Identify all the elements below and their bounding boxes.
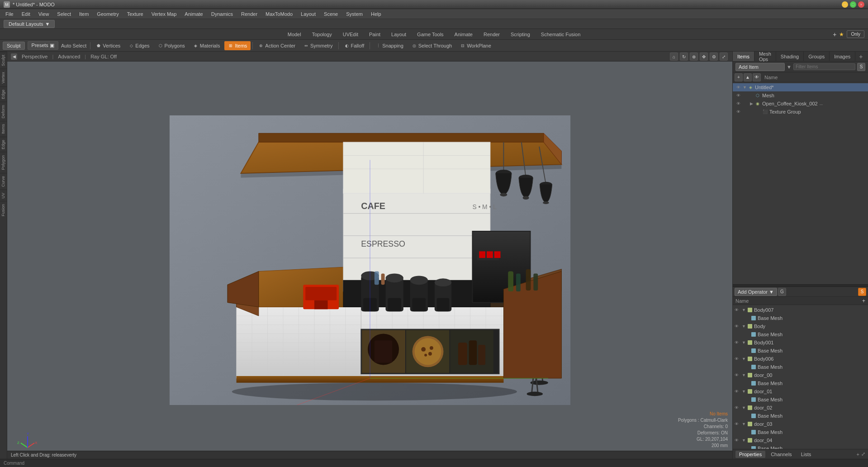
action-center-button[interactable]: ⊕ Action Center: [255, 41, 299, 50]
menu-system[interactable]: System: [342, 10, 366, 18]
eye-icon[interactable]: 👁: [735, 422, 742, 426]
eye-icon[interactable]: 👁: [735, 84, 742, 91]
right-panel-maximize-button[interactable]: ⤢: [867, 53, 868, 59]
properties-add-button[interactable]: +: [857, 452, 859, 457]
eye-icon[interactable]: 👁: [735, 340, 742, 345]
viewport-ctrl-zoom[interactable]: ⊕: [690, 52, 698, 61]
sidebar-item-fusion[interactable]: Fusion: [0, 201, 7, 219]
tab-render[interactable]: Render: [478, 30, 505, 38]
sidebar-item-polygon[interactable]: Polygon: [0, 152, 7, 173]
viewport-advanced-label[interactable]: Advanced: [56, 53, 82, 60]
sidebar-item-edge2[interactable]: Edge: [0, 137, 7, 152]
eye-icon[interactable]: 👁: [735, 308, 742, 312]
mo-item-body007[interactable]: 👁 ▼ Body007: [733, 306, 868, 314]
scene-tree-add-button[interactable]: +: [735, 73, 743, 81]
eye-icon[interactable]: 👁: [735, 108, 742, 115]
scene-tree-folder-button[interactable]: ▲: [744, 73, 752, 81]
symmetry-button[interactable]: ⇔ Symmetry: [300, 41, 337, 50]
add-tab-button[interactable]: +: [833, 31, 836, 38]
viewport-nav-button[interactable]: ◀: [11, 53, 17, 60]
mo-item-door01[interactable]: 👁 ▼ door_01: [733, 387, 868, 396]
edges-button[interactable]: ◇ Edges: [125, 41, 153, 50]
scene-tree-eye-button[interactable]: 👁: [753, 73, 761, 81]
menu-animate[interactable]: Animate: [181, 10, 206, 18]
mo-item-base-mesh-6[interactable]: 👁 Base Mesh: [733, 396, 868, 404]
mo-item-body006[interactable]: 👁 ▼ Body006: [733, 355, 868, 363]
title-bar-controls[interactable]: − □ ×: [842, 1, 864, 8]
menu-layout[interactable]: Layout: [297, 10, 319, 18]
tree-item-mesh[interactable]: 👁 ⬡ Mesh: [733, 91, 868, 100]
tab-items[interactable]: Items: [733, 52, 754, 61]
maximize-button[interactable]: □: [850, 1, 856, 8]
eye-icon[interactable]: 👁: [735, 373, 742, 377]
tab-paint[interactable]: Paint: [364, 30, 386, 38]
right-tab-add-button[interactable]: +: [855, 53, 866, 60]
select-through-button[interactable]: ◎ Select Through: [408, 41, 455, 50]
tab-groups[interactable]: Groups: [804, 52, 830, 61]
menu-texture[interactable]: Texture: [123, 10, 147, 18]
viewport-ctrl-settings[interactable]: ⚙: [710, 52, 718, 61]
sidebar-item-vertex[interactable]: Vertex: [0, 69, 7, 86]
tab-mesh-ops[interactable]: Mesh Ops: [754, 52, 776, 61]
mo-item-base-mesh-5[interactable]: 👁 Base Mesh: [733, 379, 868, 387]
search-button[interactable]: S: [857, 63, 865, 71]
viewport-ctrl-home[interactable]: ⌂: [670, 52, 678, 61]
expand-arrow[interactable]: ▼: [742, 389, 747, 394]
tab-topology[interactable]: Topology: [307, 30, 337, 38]
filter-items-input[interactable]: [793, 63, 855, 70]
menu-scene[interactable]: Scene: [320, 10, 342, 18]
menu-help[interactable]: Help: [367, 10, 385, 18]
command-input[interactable]: [26, 461, 864, 466]
tree-item-coffee-kiosk[interactable]: 👁 ▶ ◉ Open_Coffee_Kiosk_002 ...: [733, 100, 868, 108]
snapping-button[interactable]: ⋮ Snapping: [372, 41, 407, 50]
eye-icon[interactable]: 👁: [735, 324, 742, 329]
menu-file[interactable]: File: [2, 10, 17, 18]
menu-item[interactable]: Item: [76, 10, 92, 18]
mo-item-base-mesh-3[interactable]: 👁 Base Mesh: [733, 347, 868, 355]
tree-item-texture-group[interactable]: 👁 ⬛ Texture Group: [733, 108, 868, 116]
mo-s-btn[interactable]: S: [858, 288, 866, 296]
workplane-button[interactable]: ⊟ WorkPlane: [456, 41, 495, 50]
add-item-button[interactable]: Add Item: [735, 63, 785, 71]
menu-render[interactable]: Render: [237, 10, 261, 18]
menu-maxtomodo[interactable]: MaxToModo: [262, 10, 296, 18]
sidebar-item-curve[interactable]: Curve: [0, 173, 7, 190]
mesh-ops-add-button[interactable]: +: [862, 298, 865, 304]
sidebar-item-items[interactable]: Items: [0, 121, 7, 137]
tab-shading[interactable]: Shading: [776, 52, 804, 61]
expand-arrow[interactable]: ▼: [742, 422, 747, 426]
expand-arrow[interactable]: ▼: [742, 438, 747, 443]
add-operator-button[interactable]: Add Operator ▼: [735, 288, 777, 296]
mo-item-base-mesh-8[interactable]: 👁 Base Mesh: [733, 428, 868, 436]
sidebar-item-edge[interactable]: Edge: [0, 86, 7, 102]
mo-item-base-mesh-7[interactable]: 👁 Base Mesh: [733, 412, 868, 420]
mo-item-door03[interactable]: 👁 ▼ door_03: [733, 420, 868, 428]
menu-select[interactable]: Select: [53, 10, 75, 18]
menu-vertex-map[interactable]: Vertex Map: [148, 10, 180, 18]
close-button[interactable]: ×: [858, 1, 864, 8]
tab-lists[interactable]: Lists: [797, 451, 815, 458]
expand-arrow[interactable]: ▶: [750, 101, 754, 106]
polygons-button[interactable]: ⬡ Polygons: [154, 41, 189, 50]
eye-icon[interactable]: 👁: [735, 389, 742, 394]
expand-arrow[interactable]: ▼: [742, 373, 747, 377]
expand-arrow[interactable]: ▼: [742, 324, 747, 329]
viewport-ctrl-rotate[interactable]: ↻: [680, 52, 688, 61]
tab-layout[interactable]: Layout: [386, 30, 412, 38]
materials-button[interactable]: ◈ Materials: [190, 41, 224, 50]
eye-icon[interactable]: 👁: [735, 92, 742, 99]
add-item-dropdown-arrow[interactable]: ▼: [787, 64, 792, 70]
viewport-perspective-label[interactable]: Perspective: [20, 53, 49, 60]
mo-item-body[interactable]: 👁 ▼ Body: [733, 322, 868, 330]
falloff-button[interactable]: ◐ Falloff: [341, 41, 368, 50]
tab-channels[interactable]: Channels: [767, 451, 795, 458]
tab-animate[interactable]: Animate: [449, 30, 478, 38]
presets-button[interactable]: Presets ▣: [28, 41, 58, 50]
vertices-button[interactable]: ⬟ Vertices: [92, 41, 124, 50]
properties-maximize-button[interactable]: ⤢: [861, 451, 865, 457]
default-layouts-button[interactable]: Default Layouts ▼: [4, 20, 55, 28]
menu-edit[interactable]: Edit: [18, 10, 34, 18]
mo-item-door04[interactable]: 👁 ▼ door_04: [733, 436, 868, 444]
tab-scripting[interactable]: Scripting: [505, 30, 536, 38]
mo-item-base-mesh-1[interactable]: 👁 Base Mesh: [733, 314, 868, 322]
